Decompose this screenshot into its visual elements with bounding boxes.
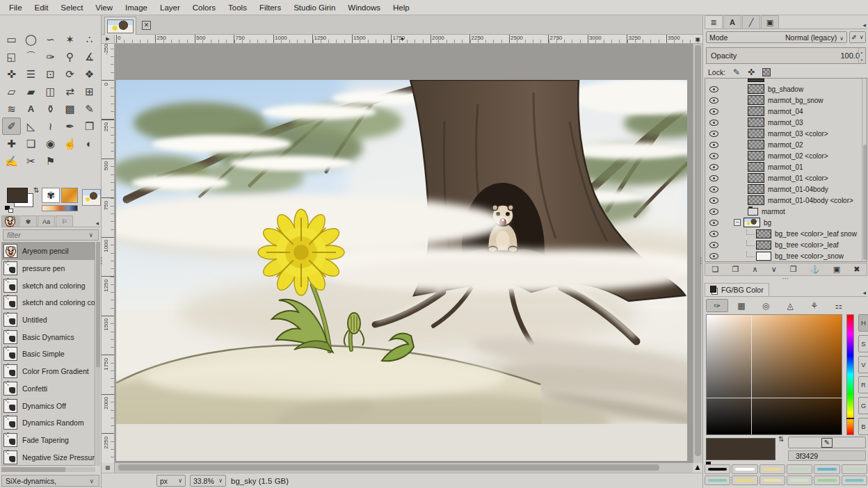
color-history-swatch[interactable] [814,475,839,485]
vertical-ruler[interactable]: -2500250500750100012501500175020002250 [102,44,115,463]
layer-row[interactable]: marmot_02 <color> [705,150,867,161]
delete-layer-button[interactable]: ✖ [853,265,860,274]
3d-transform-tool[interactable]: ◫ [41,83,60,100]
dynamics-item[interactable]: ⠪Dynamics Off [2,397,95,414]
color-history-swatch[interactable] [787,464,812,474]
pattern-preview[interactable] [61,188,78,203]
expander-icon[interactable]: − [734,219,741,226]
color-history-swatch[interactable] [760,464,785,474]
tab-fgbg-color[interactable]: FG/BG Color [705,283,769,296]
measure-tool[interactable]: ∡ [80,48,99,65]
new-group-button[interactable]: ❐ [732,265,739,274]
dynamics-hscrollbar[interactable] [1,467,95,472]
smudge-tool[interactable]: ☝ [61,135,79,152]
layers-vscrollbar[interactable] [862,79,867,261]
color-history-swatch[interactable] [705,475,730,485]
dock-splitter-handle[interactable]: ⋮ [97,259,106,263]
tab-scales-selector[interactable]: ⚏ [828,299,850,312]
foreground-color-swatch[interactable] [7,188,28,203]
tab-paths[interactable]: ╱ [742,15,760,29]
rotate-tool[interactable]: ⟳ [61,65,79,83]
visibility-eye-icon[interactable] [709,153,718,159]
navigation-button[interactable]: ▲ [693,462,702,473]
dynamics-item[interactable]: ⠪Fade Tapering [2,432,95,449]
perspective-tool[interactable]: ▱ [2,83,21,100]
select-by-color-tool[interactable]: ∴ [80,31,99,48]
duplicate-layer-button[interactable]: ❒ [790,265,797,274]
channel-button-r[interactable]: R [858,376,868,393]
saturation-value-square[interactable] [706,314,842,435]
color-history-swatch[interactable] [732,475,757,485]
dynamics-item[interactable]: ⠪Basic Simple [2,345,95,363]
dynamics-item[interactable]: ⠪Untitled [2,311,95,329]
unified-transform-tool[interactable]: ❖ [80,65,99,83]
collapse-icon[interactable]: ◂ [862,289,867,296]
layer-row[interactable]: marmot_01-04body [705,184,867,195]
color-history-swatch[interactable] [787,475,812,485]
mask-layer-button[interactable]: ▣ [833,265,840,274]
unit-select[interactable]: px ∨ [156,475,186,487]
warp-transform-tool[interactable]: ≋ [2,100,21,117]
menu-select[interactable]: Select [54,3,89,12]
layer-row[interactable]: marmot [705,206,867,217]
gradient-preview[interactable] [42,205,78,211]
layer-row[interactable]: marmot_bg_snow [705,95,867,106]
visibility-eye-icon[interactable] [709,97,718,104]
free-select-tool[interactable]: ∽ [41,31,60,48]
visibility-eye-icon[interactable] [709,108,718,115]
fuzzy-select-tool[interactable]: ✶ [61,31,79,48]
ruler-corner-button[interactable]: ▶ [102,35,115,44]
visibility-eye-icon[interactable] [709,86,718,92]
layer-row[interactable]: marmot_01 [705,161,867,172]
chevron-down-icon[interactable]: ∨ [89,478,95,485]
visibility-eye-icon[interactable] [709,131,718,137]
dynamics-item[interactable]: ⠪Confetti [2,380,95,398]
opacity-slider[interactable]: Opacity 100.0 ▴▾ [706,47,866,64]
menu-layer[interactable]: Layer [154,3,186,12]
dynamics-vscrollbar[interactable] [96,242,100,466]
mypaint-brush-tool[interactable]: ✍ [2,152,21,170]
hex-color-field[interactable]: 3f3429 [788,450,866,461]
eraser-tool[interactable]: ◺ [22,117,40,135]
tab-history[interactable]: ▣ [761,15,779,29]
menu-edit[interactable]: Edit [29,3,55,12]
hue-slider[interactable] [846,314,854,435]
visibility-eye-icon[interactable] [709,197,718,204]
tab-wheel-selector[interactable]: ◬ [779,299,801,312]
menu-help[interactable]: Help [387,3,416,12]
anchor-layer-button[interactable]: ⚓ [810,265,820,274]
pencil-tool[interactable]: ✎ [80,100,99,117]
gradient-tool[interactable]: ▩ [61,100,79,117]
visibility-eye-icon[interactable] [709,253,718,259]
opacity-spinner[interactable]: ▴▾ [858,48,865,63]
dynamics-item[interactable]: Aryeom pencil [2,243,95,260]
swap-colors-icon[interactable]: ⇅ [33,186,39,194]
visibility-eye-icon[interactable] [709,164,718,170]
color-picker-tool[interactable]: ✑ [41,48,60,65]
canvas-vscrollbar[interactable] [693,44,702,463]
brush-preview[interactable]: ✾ [42,188,60,203]
channel-button-v[interactable]: V [858,356,868,373]
mode-group-button[interactable]: ✐ ∨ [849,31,866,43]
layer-row[interactable]: bg_tree <color>_snow [705,250,867,261]
layer-row[interactable]: marmot_01 <color> [705,172,867,184]
foreground-select-tool[interactable]: ◱ [2,48,21,65]
channel-button-g[interactable]: G [858,397,868,414]
rectangle-select-tool[interactable]: ▭ [2,31,21,48]
horizontal-ruler[interactable]: ▼ ▣ 025050075010001250150017502000225025… [102,35,702,44]
layer-row[interactable]: marmot_04 [705,106,867,117]
gegl-tool[interactable]: ⚑ [41,152,60,170]
heal-tool[interactable]: ✚ [2,135,21,152]
blur-tool[interactable]: ◉ [41,135,60,152]
layer-row[interactable]: marmot_03 <color> [705,128,867,139]
ink-tool[interactable]: ✒ [61,117,79,135]
canvas-viewport[interactable] [115,44,693,463]
raise-layer-button[interactable]: ∧ [753,265,758,274]
menu-file[interactable]: File [3,3,29,12]
channel-button-b[interactable]: B [858,418,868,435]
dynamics-item[interactable]: ⠪pressure pen [2,260,95,277]
color-history-swatch[interactable] [814,464,839,474]
menu-colors[interactable]: Colors [186,3,222,12]
menu-tools[interactable]: Tools [222,3,253,12]
new-layer-button[interactable]: ❏ [712,265,719,274]
